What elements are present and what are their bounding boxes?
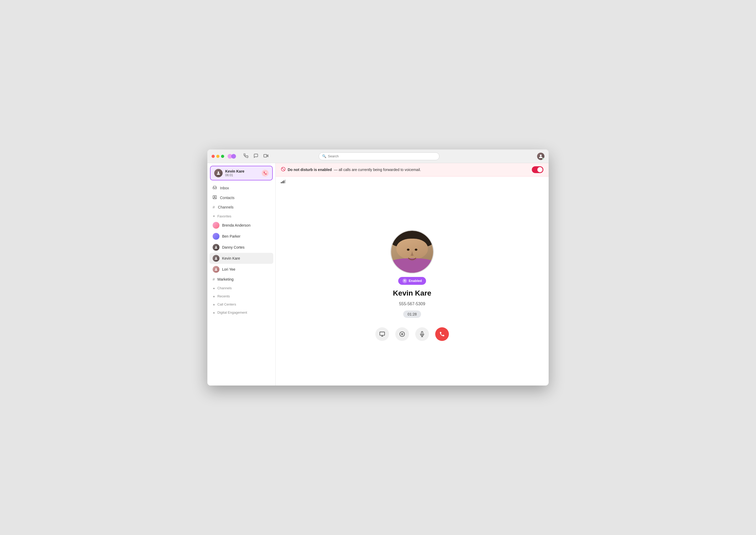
close-button[interactable] — [212, 155, 215, 158]
call-centers-label: Call Centers — [217, 302, 236, 306]
svg-point-14 — [415, 249, 417, 251]
favorites-label: Favorites — [217, 214, 231, 218]
call-end-small-button[interactable] — [262, 170, 268, 177]
phone-icon[interactable] — [244, 154, 248, 159]
contacts-icon — [213, 195, 217, 200]
channels-section-label: Channels — [217, 286, 232, 290]
svg-point-7 — [214, 196, 215, 197]
sidebar-item-marketing[interactable]: # Marketing — [207, 275, 275, 284]
sidebar-item-brenda[interactable]: Brenda Anderson — [207, 220, 275, 231]
brenda-avatar — [213, 222, 220, 229]
search-input[interactable] — [328, 154, 436, 158]
enabled-badge: N Enabled — [398, 277, 426, 285]
caller-name: Kevin Kare — [393, 289, 431, 297]
screen-share-button[interactable] — [376, 327, 389, 341]
main-content: Kevin Kare 06:01 Inbox — [207, 163, 549, 385]
titlebar: 🔍 — [207, 150, 549, 163]
dnd-circle-icon — [281, 167, 286, 173]
app-logo — [227, 154, 236, 159]
caller-number: 555-567-5309 — [399, 301, 425, 306]
enabled-icon: N — [403, 278, 407, 283]
recents-header[interactable]: ▲ Recents — [207, 292, 275, 300]
sidebar-item-inbox[interactable]: Inbox — [207, 183, 275, 193]
traffic-lights — [212, 155, 224, 158]
ben-label: Ben Parker — [222, 234, 240, 239]
keypad-button[interactable] — [395, 327, 409, 341]
dnd-toggle-thumb — [537, 167, 543, 172]
user-avatar[interactable] — [537, 153, 544, 160]
svg-point-1 — [231, 154, 236, 159]
kevin-avatar — [213, 255, 220, 262]
dnd-banner-text: Do not disturb is enabled — all calls ar… — [281, 167, 421, 173]
digital-engagement-label: Digital Engagement — [217, 311, 247, 314]
svg-marker-2 — [267, 155, 268, 157]
caller-avatar — [391, 231, 433, 273]
dnd-toggle[interactable] — [532, 166, 543, 173]
svg-point-19 — [401, 333, 403, 335]
svg-rect-3 — [264, 154, 267, 157]
marketing-hash-icon: # — [213, 277, 215, 281]
content-panel: Do not disturb is enabled — all calls ar… — [276, 163, 549, 385]
sidebar-item-channels[interactable]: # Channels — [207, 203, 275, 211]
sidebar-item-kevin[interactable]: Kevin Kare — [209, 253, 273, 264]
ben-avatar — [213, 233, 220, 240]
contacts-label: Contacts — [220, 196, 234, 200]
brenda-label: Brenda Anderson — [222, 223, 251, 227]
sidebar-item-ben[interactable]: Ben Parker — [207, 231, 275, 242]
call-controls — [376, 327, 449, 341]
signal-area — [276, 177, 549, 186]
svg-point-5 — [218, 172, 219, 173]
app-window: 🔍 — [207, 150, 549, 385]
digital-engagement-header[interactable]: ▲ Digital Engagement — [207, 308, 275, 316]
kevin-label: Kevin Kare — [222, 256, 240, 261]
sidebar-item-contacts[interactable]: Contacts — [207, 193, 275, 203]
recents-label: Recents — [217, 294, 230, 298]
channels-hash-icon: # — [213, 205, 215, 209]
maximize-button[interactable] — [221, 155, 224, 158]
active-call-name: Kevin Kare — [225, 169, 262, 173]
signal-bars-icon — [281, 179, 286, 183]
search-bar[interactable]: 🔍 — [319, 153, 439, 160]
dnd-banner: Do not disturb is enabled — all calls ar… — [276, 163, 549, 177]
inbox-label: Inbox — [220, 186, 229, 190]
danny-label: Danny Cortes — [222, 245, 245, 249]
svg-point-8 — [216, 246, 217, 247]
channels-label: Channels — [218, 205, 233, 209]
search-icon: 🔍 — [322, 154, 326, 158]
sidebar-item-lori[interactable]: Lori Yee — [207, 264, 275, 275]
minimize-button[interactable] — [216, 155, 220, 158]
titlebar-right — [537, 153, 544, 160]
call-centers-header[interactable]: ▲ Call Centers — [207, 300, 275, 308]
mute-button[interactable] — [415, 327, 429, 341]
end-call-button[interactable] — [435, 327, 449, 341]
recents-chevron-icon: ▲ — [213, 295, 215, 298]
active-call-avatar — [214, 169, 223, 177]
svg-point-4 — [540, 155, 542, 156]
titlebar-actions — [244, 154, 268, 159]
active-call-info: Kevin Kare 06:01 — [225, 169, 262, 177]
sidebar-item-danny[interactable]: Danny Cortes — [207, 242, 275, 253]
lori-avatar — [213, 266, 220, 273]
channels-section-header[interactable]: ▲ Channels — [207, 284, 275, 292]
call-centers-chevron-icon: ▲ — [213, 303, 215, 306]
message-icon[interactable] — [254, 154, 258, 159]
video-icon[interactable] — [263, 154, 268, 159]
danny-avatar — [213, 244, 220, 251]
favorites-header[interactable]: ▼ Favorites — [207, 211, 275, 220]
svg-point-9 — [216, 257, 217, 258]
svg-rect-15 — [380, 332, 384, 335]
sidebar: Kevin Kare 06:01 Inbox — [207, 163, 276, 385]
online-status-dot — [542, 158, 544, 160]
dnd-rest-text: — all calls are currently being forwarde… — [334, 168, 421, 172]
svg-point-18 — [400, 331, 405, 336]
channels-chevron-icon: ▲ — [213, 287, 215, 290]
svg-point-13 — [407, 249, 409, 251]
avatar-face-svg — [399, 242, 425, 266]
enabled-label: Enabled — [409, 279, 422, 283]
marketing-label: Marketing — [217, 277, 233, 281]
active-call-item[interactable]: Kevin Kare 06:01 — [210, 166, 273, 181]
dnd-bold-text: Do not disturb is enabled — [288, 168, 332, 172]
svg-line-12 — [282, 168, 285, 171]
svg-point-10 — [216, 268, 217, 269]
digital-engagement-chevron-icon: ▲ — [213, 311, 215, 314]
